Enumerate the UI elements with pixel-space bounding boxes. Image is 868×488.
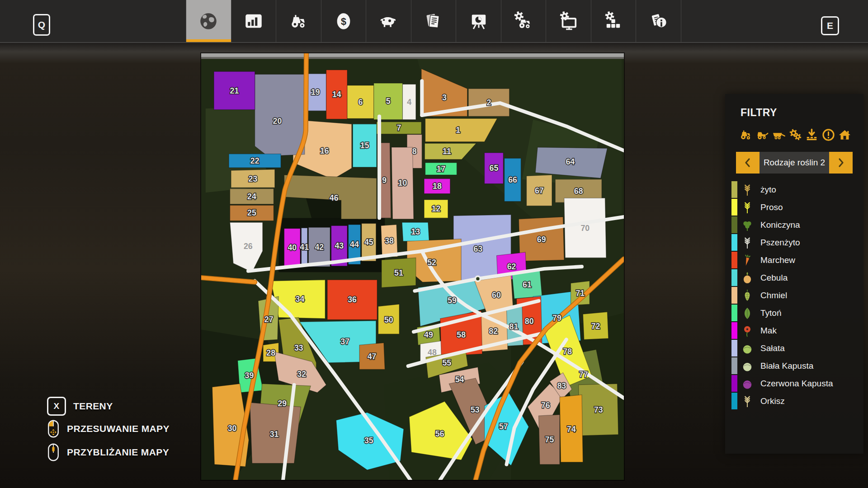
field-1[interactable] <box>425 118 497 141</box>
crop-icon <box>741 200 753 215</box>
map-viewport[interactable]: 1620211914654321711891015171812222324252… <box>201 53 624 480</box>
cow-icon <box>378 11 398 31</box>
terrain-patch <box>201 53 624 57</box>
chevron-right-icon <box>835 157 847 169</box>
field-number-14: 14 <box>332 90 341 99</box>
tab-general-settings[interactable] <box>546 0 591 42</box>
field-number-28: 28 <box>266 348 275 357</box>
farm-map[interactable]: 1620211914654321711891015171812222324252… <box>201 53 624 480</box>
crop-row-Mak[interactable]: Mak <box>731 322 863 339</box>
crop-icon <box>741 288 753 303</box>
tab-game-settings[interactable] <box>591 0 637 42</box>
harvester-filter-icon[interactable] <box>755 128 769 144</box>
gears-filter-icon-glyph <box>788 128 802 142</box>
field-number-3: 3 <box>442 93 447 102</box>
field-number-64: 64 <box>566 157 575 166</box>
crop-row-Cebula[interactable]: Cebula <box>731 269 863 286</box>
download-filter-icon-glyph <box>805 128 819 142</box>
field-number-70: 70 <box>580 224 590 233</box>
field-number-48: 48 <box>428 348 437 357</box>
pan-map-label: PRZESUWANIE MAPY <box>67 423 170 434</box>
field-number-6: 6 <box>359 98 363 107</box>
crop-icon <box>741 376 753 391</box>
crop-row-Koniczyna[interactable]: Koniczyna <box>731 216 863 234</box>
crop-color-swatch <box>731 305 737 321</box>
crop-row-Czerwona Kapusta[interactable]: Czerwona Kapusta <box>731 375 863 392</box>
field-number-25: 25 <box>247 209 256 218</box>
gears-filter-icon[interactable] <box>788 128 802 144</box>
field-number-37: 37 <box>340 337 349 346</box>
crop-color-swatch <box>731 340 737 357</box>
crop-row-Sałata[interactable]: Sałata <box>731 339 863 357</box>
crop-row-Pszenżyto[interactable]: Pszenżyto <box>731 234 863 251</box>
monitor-gear-icon <box>559 11 579 31</box>
crop-icon <box>741 359 753 373</box>
tab-finances[interactable]: $ <box>321 0 367 42</box>
field-20[interactable] <box>255 74 305 156</box>
field-number-62: 62 <box>507 262 516 271</box>
crop-color-swatch <box>731 269 737 286</box>
crop-color-swatch <box>731 287 737 304</box>
crop-row-Chmiel[interactable]: Chmiel <box>731 286 863 304</box>
field-number-60: 60 <box>492 291 501 300</box>
field-number-59: 59 <box>448 296 457 305</box>
crop-row-Orkisz[interactable]: Orkisz <box>731 392 863 410</box>
crops-prev-button[interactable] <box>736 152 760 174</box>
field-number-71: 71 <box>576 289 585 298</box>
crop-legend-list: żytoProsoKoniczynaPszenżytoMarchewCebula… <box>731 181 863 410</box>
crop-filter-label: Rodzaje roślin 2 <box>760 152 829 174</box>
field-number-11: 11 <box>443 147 451 156</box>
field-number-56: 56 <box>435 429 444 438</box>
terrain-patch <box>201 57 624 59</box>
crop-label: Proso <box>760 202 783 212</box>
bar-chart-icon <box>244 11 264 31</box>
field-number-68: 68 <box>574 187 583 196</box>
globe-icon <box>198 11 218 31</box>
tab-help[interactable] <box>636 0 681 42</box>
field-number-4: 4 <box>407 98 411 107</box>
trailer-filter-icon[interactable] <box>772 128 786 144</box>
field-number-39: 39 <box>245 371 254 380</box>
field-number-76: 76 <box>541 401 550 410</box>
crop-category-selector: Rodzaje roślin 2 <box>736 152 853 174</box>
field-number-23: 23 <box>249 174 258 183</box>
crops-next-button[interactable] <box>829 152 853 174</box>
crop-row-Biała Kapusta[interactable]: Biała Kapusta <box>731 357 863 375</box>
field-number-46: 46 <box>330 193 339 202</box>
crop-color-swatch <box>731 393 737 409</box>
field-number-10: 10 <box>398 178 407 188</box>
tab-production[interactable] <box>456 0 501 42</box>
field-number-65: 65 <box>490 164 499 173</box>
crop-row-Tytoń[interactable]: Tytoń <box>731 304 863 322</box>
crop-row-Marchew[interactable]: Marchew <box>731 251 863 269</box>
tab-contracts[interactable] <box>411 0 457 42</box>
chevron-left-icon <box>742 157 754 169</box>
crop-label: Orkisz <box>760 396 785 406</box>
field-number-35: 35 <box>364 436 373 445</box>
crop-row-Proso[interactable]: Proso <box>731 198 863 216</box>
tractor-filter-icon[interactable] <box>739 128 753 144</box>
tab-vehicles[interactable] <box>276 0 321 42</box>
key-hint-x-label: X <box>53 401 59 411</box>
warning-filter-icon[interactable] <box>821 128 835 144</box>
crop-icon <box>741 271 753 285</box>
field-number-34: 34 <box>296 295 305 304</box>
tab-statistics[interactable] <box>231 0 277 42</box>
field-number-9: 9 <box>382 176 387 185</box>
field-number-20: 20 <box>273 117 282 126</box>
crop-color-swatch <box>731 322 737 339</box>
field-number-74: 74 <box>567 425 576 434</box>
field-number-33: 33 <box>294 343 303 352</box>
tab-map[interactable] <box>186 0 231 42</box>
field-number-31: 31 <box>270 430 279 439</box>
crop-row-żyto[interactable]: żyto <box>731 181 863 198</box>
field-number-45: 45 <box>364 238 373 247</box>
tab-garage[interactable] <box>501 0 547 42</box>
download-filter-icon[interactable] <box>805 128 819 144</box>
field-number-54: 54 <box>455 375 464 384</box>
crop-label: Pszenżyto <box>760 238 800 248</box>
field-number-13: 13 <box>411 227 420 236</box>
house-filter-icon[interactable] <box>838 128 852 144</box>
tab-animals[interactable] <box>366 0 411 42</box>
terrains-label: TERENY <box>73 401 113 412</box>
